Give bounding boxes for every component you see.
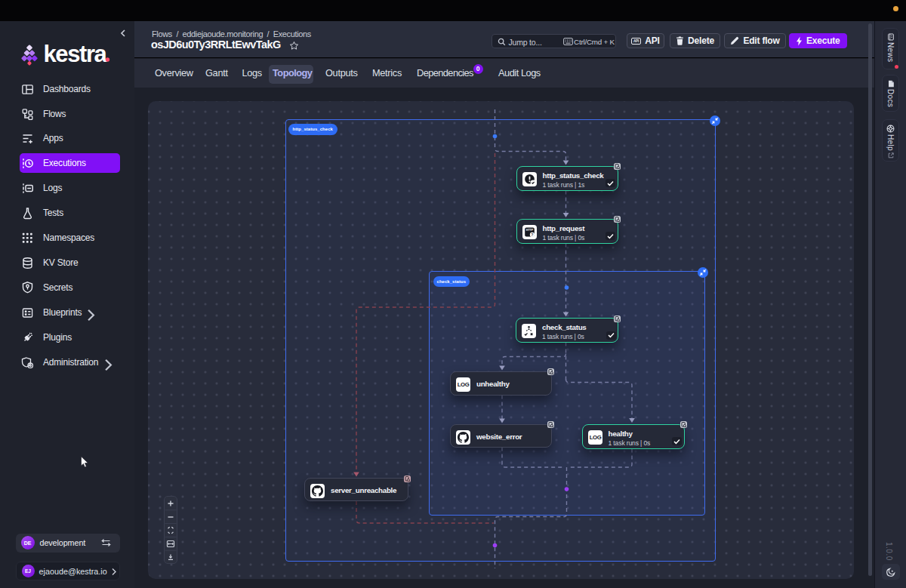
svg-text:?: ? (531, 232, 533, 236)
svg-text:API: API (633, 39, 639, 43)
svg-text:HTTP: HTTP (525, 229, 533, 232)
svg-text:LOG: LOG (589, 434, 601, 441)
svg-text:kestra: kestra (44, 41, 108, 67)
svg-text:LOG: LOG (458, 381, 470, 388)
